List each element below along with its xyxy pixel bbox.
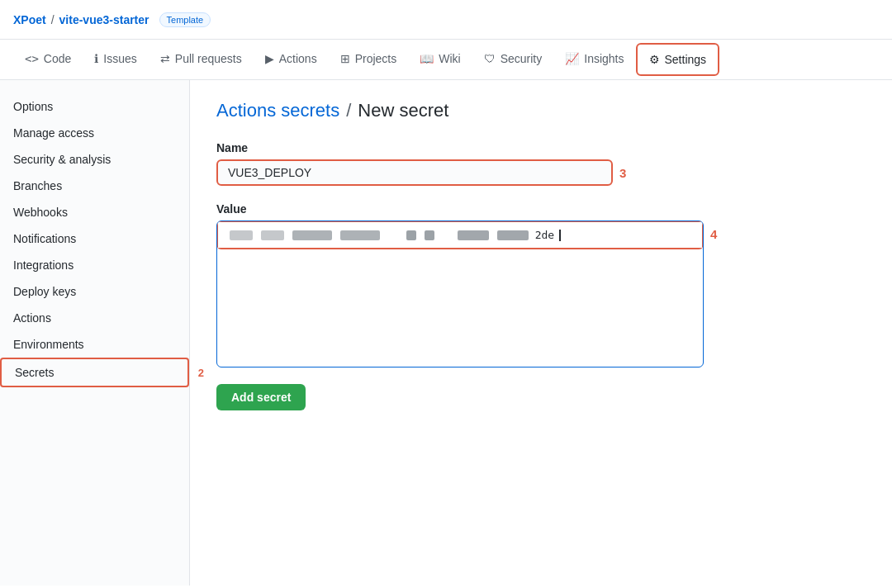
- tab-pull-requests[interactable]: ⇄ Pull requests: [149, 44, 254, 75]
- tab-projects[interactable]: ⊞ Projects: [329, 44, 409, 75]
- tab-wiki[interactable]: 📖 Wiki: [408, 44, 472, 75]
- tab-issues[interactable]: ℹ Issues: [83, 44, 148, 75]
- tab-security[interactable]: 🛡 Security: [472, 44, 554, 75]
- blur-block-7: [458, 230, 489, 240]
- tab-settings-label: Settings: [665, 53, 707, 66]
- blur-block-3: [292, 230, 332, 240]
- value-textarea[interactable]: [217, 249, 703, 364]
- pull-requests-icon: ⇄: [160, 52, 170, 65]
- repo-slash: /: [51, 13, 55, 26]
- name-input[interactable]: [216, 159, 613, 186]
- sidebar-item-integrations[interactable]: Integrations: [0, 252, 189, 278]
- code-icon: <>: [25, 52, 39, 65]
- sidebar-item-environments[interactable]: Environments: [0, 331, 189, 358]
- annotation-value-field: 4: [710, 227, 717, 241]
- blur-block-6: [425, 230, 434, 240]
- sidebar-item-branches[interactable]: Branches: [0, 173, 189, 199]
- tab-settings[interactable]: ⚙ Settings: [636, 43, 720, 76]
- name-row: 3: [216, 159, 866, 186]
- blur-block-2: [261, 230, 284, 240]
- breadcrumb-actions-secrets[interactable]: Actions secrets: [216, 100, 339, 121]
- blur-block-4: [340, 230, 380, 240]
- template-badge: Template: [159, 12, 211, 27]
- name-form-group: Name 3: [216, 141, 866, 186]
- tab-wiki-label: Wiki: [439, 52, 460, 65]
- tab-code-label: Code: [44, 52, 71, 65]
- actions-icon: ▶: [265, 52, 274, 65]
- blur-block-8: [497, 230, 529, 240]
- repo-name[interactable]: vite-vue3-starter: [59, 13, 149, 26]
- sidebar-item-webhooks[interactable]: Webhooks: [0, 199, 189, 225]
- tab-actions-label: Actions: [279, 52, 317, 65]
- name-label: Name: [216, 141, 866, 154]
- settings-icon: ⚙: [649, 53, 660, 66]
- tab-code[interactable]: <> Code: [13, 44, 83, 75]
- sidebar-item-manage-access[interactable]: Manage access: [0, 120, 189, 146]
- text-cursor: [559, 230, 561, 241]
- sidebar-item-notifications[interactable]: Notifications: [0, 225, 189, 252]
- security-icon: 🛡: [484, 52, 496, 65]
- repo-info: XPoet / vite-vue3-starter Template: [13, 12, 211, 27]
- tab-pull-requests-label: Pull requests: [175, 52, 242, 65]
- layout: Options Manage access Security & analysi…: [0, 80, 892, 586]
- breadcrumb-separator: /: [346, 100, 351, 121]
- annotation-secrets: 2: [198, 367, 204, 379]
- value-first-line: 2de: [218, 222, 702, 248]
- annotation-name-field: 3: [619, 166, 626, 180]
- blur-block-5: [406, 230, 416, 240]
- tab-insights-label: Insights: [584, 52, 624, 65]
- sidebar-item-secrets[interactable]: Secrets: [0, 358, 189, 387]
- blur-block-1: [230, 230, 253, 240]
- nav-tabs: <> Code ℹ Issues ⇄ Pull requests ▶ Actio…: [0, 40, 892, 80]
- sidebar-item-security-analysis[interactable]: Security & analysis: [0, 146, 189, 173]
- projects-icon: ⊞: [340, 52, 350, 65]
- breadcrumb-new-secret: New secret: [358, 100, 448, 121]
- issues-icon: ℹ: [94, 52, 98, 65]
- repo-org[interactable]: XPoet: [13, 13, 46, 26]
- value-label: Value: [216, 202, 866, 216]
- top-bar: XPoet / vite-vue3-starter Template: [0, 0, 892, 40]
- value-row: 2de 4: [216, 220, 866, 368]
- tab-issues-label: Issues: [103, 52, 136, 65]
- sidebar: Options Manage access Security & analysi…: [0, 80, 190, 586]
- value-end-text: 2de: [535, 229, 554, 241]
- wiki-icon: 📖: [420, 52, 434, 65]
- breadcrumb: Actions secrets / New secret: [216, 100, 866, 121]
- sidebar-item-actions[interactable]: Actions: [0, 305, 189, 331]
- sidebar-item-options[interactable]: Options: [0, 93, 189, 120]
- tab-insights[interactable]: 📈 Insights: [553, 44, 635, 75]
- value-form-group: Value: [216, 202, 866, 368]
- tab-projects-label: Projects: [355, 52, 397, 65]
- tab-actions[interactable]: ▶ Actions: [254, 44, 329, 75]
- sidebar-item-deploy-keys[interactable]: Deploy keys: [0, 278, 189, 305]
- main-content: Actions secrets / New secret Name 3 Valu…: [190, 80, 892, 586]
- add-secret-button[interactable]: Add secret: [216, 384, 306, 410]
- insights-icon: 📈: [565, 52, 579, 65]
- tab-security-label: Security: [501, 52, 543, 65]
